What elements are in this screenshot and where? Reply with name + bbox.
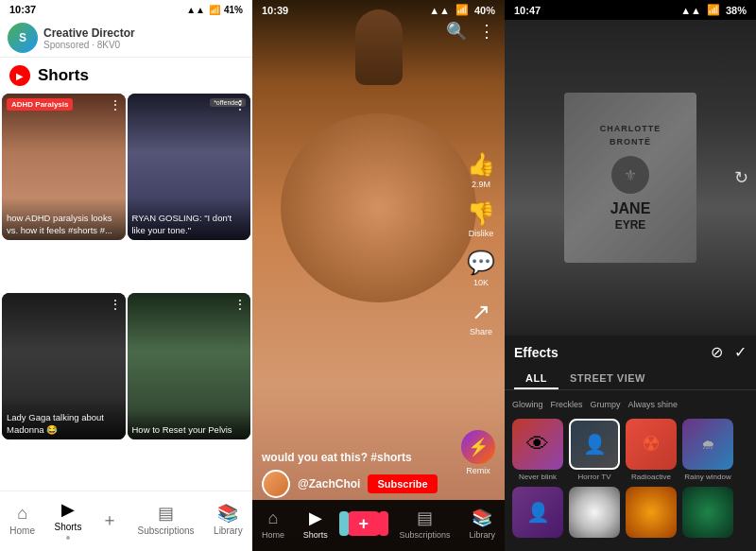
refresh-icon[interactable]: ↻ <box>734 167 748 188</box>
effect-r2-3[interactable] <box>626 487 677 538</box>
dislike-icon: 👎 <box>467 200 495 227</box>
effect-thumb-horror: 👤 <box>569 419 620 470</box>
nav-subs-p2[interactable]: ▤ Subscriptions <box>400 508 451 540</box>
comment-action[interactable]: 💬 10K <box>467 250 495 287</box>
status-bar-p3: 10:47 ▲▲ 📶 38% <box>505 0 756 20</box>
short-item-2[interactable]: *offended ⋮ RYAN GOSLING: "I don't like … <box>128 94 251 240</box>
nav-shorts-p2[interactable]: ▶ Shorts <box>303 508 328 540</box>
effect-name-radioactive: Radioactive <box>631 473 671 481</box>
username: @ZachChoi <box>298 477 360 491</box>
nav-library-p1[interactable]: 📚 Library <box>214 503 243 536</box>
more-icon-p2[interactable]: ⋮ <box>478 21 495 42</box>
camera-effects-panel: 10:47 ▲▲ 📶 38% CHARLOTTE BRONTË ⚜ JANE E… <box>505 0 756 551</box>
effect-rainy-window[interactable]: 🌧 Rainy window <box>682 419 733 481</box>
nav-library-label-p1: Library <box>214 525 243 536</box>
effect-name-horror: Horror TV <box>578 473 611 481</box>
subscribe-button[interactable]: Subscribe <box>368 474 437 493</box>
shorts-icon-p2: ▶ <box>309 508 322 528</box>
nav-add-p1[interactable]: ＋ <box>101 508 118 531</box>
short-item-4[interactable]: ⋮ How to Reset your Pelvis <box>128 293 251 439</box>
effect-r2-2[interactable] <box>569 487 620 538</box>
effects-row-1: Never blink 👤 Horror TV ☢ Radioactive 🌧 … <box>505 415 756 485</box>
short-menu-4[interactable]: ⋮ <box>233 297 247 312</box>
effect-r2-1[interactable]: 👤 <box>512 487 563 538</box>
effects-title: Effects <box>514 345 558 360</box>
nav-library-p2[interactable]: 📚 Library <box>470 508 496 540</box>
short-label-1: how ADHD paralysis looks vs. how it feel… <box>2 198 126 240</box>
effect-thumb-eye <box>512 419 563 470</box>
battery-p3: 38% <box>726 5 747 16</box>
short-label-4: How to Reset your Pelvis <box>128 409 251 439</box>
top-icons-p2: 🔍 ⋮ <box>446 21 495 42</box>
nav-home-p1[interactable]: ⌂ Home <box>9 504 35 536</box>
effect-radioactive[interactable]: ☢ Radioactive <box>626 419 677 481</box>
confirm-icon[interactable]: ✓ <box>734 343 747 361</box>
tab-all[interactable]: ALL <box>514 369 558 389</box>
youtube-shorts-panel: 10:37 ▲▲ 📶 41% S Creative Director Spons… <box>0 0 252 551</box>
add-icon-p1: ＋ <box>101 508 118 531</box>
effects-header-actions: ⊘ ✓ <box>711 343 747 361</box>
effect-r2-4[interactable] <box>682 487 733 538</box>
shorts-grid: ADHD Paralysis ⋮ how ADHD paralysis look… <box>0 94 252 491</box>
short-item-1[interactable]: ADHD Paralysis ⋮ how ADHD paralysis look… <box>2 94 126 240</box>
nav-subs-label-p2: Subscriptions <box>400 530 451 540</box>
status-bar-p1: 10:37 ▲▲ 📶 41% <box>0 0 252 19</box>
signal-icon-p2: ▲▲ <box>429 5 450 16</box>
signal-icon-p3: ▲▲ <box>680 5 701 16</box>
comment-count: 10K <box>473 278 489 287</box>
effect-thumb-r2-1: 👤 <box>512 487 563 538</box>
bottom-nav-p1: ⌂ Home ▶ Shorts ＋ ▤ Subscriptions 📚 Libr… <box>0 491 252 551</box>
nav-home-p2[interactable]: ⌂ Home <box>262 508 284 540</box>
sponsor-avatar: S <box>8 23 38 53</box>
short-item-3[interactable]: ⋮ Lady Gaga talking about Madonna 😂 <box>2 293 126 439</box>
like-icon: 👍 <box>467 151 495 178</box>
sponsored-bar[interactable]: S Creative Director Sponsored · 8KV0 <box>0 19 252 58</box>
sponsor-title: Creative Director <box>43 26 135 40</box>
effect-thumb-radioactive: ☢ <box>626 419 677 470</box>
food-pile <box>281 113 476 302</box>
short-badge-1: ADHD Paralysis <box>7 98 73 111</box>
user-avatar <box>262 470 290 498</box>
rain-visual: 🌧 <box>682 419 733 470</box>
like-count: 2.9M <box>472 180 490 189</box>
nav-subs-p1[interactable]: ▤ Subscriptions <box>138 503 195 536</box>
shorts-nav-icon-p1: ▶ <box>61 499 75 520</box>
short-menu-2[interactable]: ⋮ <box>233 97 247 112</box>
nav-home-label-p1: Home <box>9 525 35 536</box>
effects-header: Effects ⊘ ✓ <box>505 343 756 369</box>
cancel-icon[interactable]: ⊘ <box>711 343 723 361</box>
dislike-label: Dislike <box>469 229 494 238</box>
nav-shorts-label-p2: Shorts <box>303 530 328 540</box>
video-caption: would you eat this? #shorts <box>262 451 448 464</box>
remix-action[interactable]: ⚡ Remix <box>461 430 495 475</box>
subs-icon-p2: ▤ <box>417 508 433 528</box>
battery-p2: 40% <box>474 5 495 16</box>
status-icons-p3: ▲▲ 📶 38% <box>680 4 747 16</box>
camera-viewfinder: CHARLOTTE BRONTË ⚜ JANE EYRE ↻ <box>505 20 756 336</box>
status-bar-p2: 10:39 ▲▲ 📶 40% <box>252 0 505 20</box>
short-menu-3[interactable]: ⋮ <box>109 297 122 312</box>
effect-horror-tv[interactable]: 👤 Horror TV <box>569 419 620 481</box>
label-grumpy: Grumpy <box>591 400 621 409</box>
tab-street-view[interactable]: STREET VIEW <box>558 369 657 389</box>
status-icons-p1: ▲▲ 📶 41% <box>186 5 243 15</box>
nav-add-p2[interactable]: + <box>347 511 381 536</box>
short-menu-1[interactable]: ⋮ <box>109 97 122 112</box>
sponsor-info: Creative Director Sponsored · 8KV0 <box>43 26 135 50</box>
like-action[interactable]: 👍 2.9M <box>467 151 495 189</box>
dislike-action[interactable]: 👎 Dislike <box>467 200 495 238</box>
add-button-p2[interactable]: + <box>347 511 381 536</box>
status-icons-p2: ▲▲ 📶 40% <box>429 4 495 16</box>
short-label-3: Lady Gaga talking about Madonna 😂 <box>2 397 126 439</box>
label-glowing: Glowing <box>512 400 543 409</box>
search-icon-p2[interactable]: 🔍 <box>446 21 467 42</box>
label-freckles: Freckles <box>551 400 583 409</box>
shorts-label: Shorts <box>38 66 89 85</box>
home-icon-p2: ⌂ <box>268 508 279 528</box>
sponsor-subtitle: Sponsored · 8KV0 <box>43 40 135 50</box>
book-container: CHARLOTTE BRONTË ⚜ JANE EYRE <box>564 93 696 263</box>
share-action[interactable]: ↗ Share <box>470 299 492 336</box>
time-p2: 10:39 <box>262 5 288 16</box>
nav-shorts-p1[interactable]: ▶ Shorts <box>55 499 82 540</box>
effect-never-blink[interactable]: Never blink <box>512 419 563 481</box>
